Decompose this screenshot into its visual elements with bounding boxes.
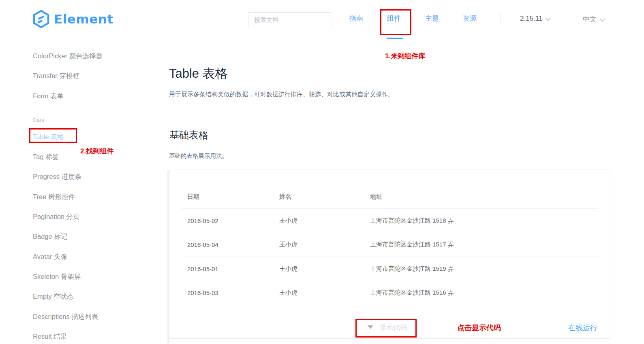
sidebar-item-tree[interactable]: Tree 树形控件 <box>0 187 167 207</box>
annotation-step2: 2.找到组件 <box>80 147 113 156</box>
chevron-down-icon <box>600 17 605 22</box>
show-code-button[interactable]: 显示代码 <box>379 323 407 332</box>
top-header: Element 指南 组件 主题 资源 2.15.11 中文 <box>0 0 644 39</box>
sidebar-item-badge[interactable]: Badge 标记 <box>0 227 167 247</box>
sidebar-item-table[interactable]: Table 表格 <box>0 127 167 147</box>
sidebar-item-colorpicker[interactable]: ColorPicker 颜色选择器 <box>0 46 167 66</box>
section-title-basic-table[interactable]: 基础表格 <box>169 129 208 142</box>
cell-address: 上海市普陀区金沙江路 1517 弄 <box>365 241 598 248</box>
annotation-step1: 1.来到组件库 <box>385 51 425 61</box>
section-description: 基础的表格展示用法。 <box>169 152 228 160</box>
nav-resources[interactable]: 资源 <box>458 14 482 23</box>
nav-theme[interactable]: 主题 <box>420 14 444 23</box>
run-online-link[interactable]: 在线运行 <box>568 323 597 333</box>
logo-wordmark: Element <box>54 12 113 26</box>
sidebar-item-form[interactable]: Form 表单 <box>0 86 167 106</box>
table-row: 2016-05-03 王小虎 上海市普陀区金沙江路 1516 弄 <box>182 281 598 306</box>
cell-date: 2016-05-01 <box>182 265 274 272</box>
table-row: 2016-05-02 王小虎 上海市普陀区金沙江路 1518 弄 <box>182 209 598 233</box>
header-divider <box>501 13 501 25</box>
sidebar-item-progress[interactable]: Progress 进度条 <box>0 167 167 187</box>
language-label: 中文 <box>583 15 597 23</box>
sidebar-item-pagination[interactable]: Pagination 分页 <box>0 207 167 227</box>
annotation-step3: 点击显示代码 <box>457 323 501 333</box>
caret-down-icon <box>368 325 373 329</box>
cell-name: 王小虎 <box>274 265 365 273</box>
column-header-date: 日期 <box>182 193 274 201</box>
sidebar-item-empty[interactable]: Empty 空状态 <box>0 287 167 307</box>
sidebar-item-transfer[interactable]: Transfer 穿梭框 <box>0 66 167 86</box>
cell-date: 2016-05-02 <box>182 217 274 224</box>
component-sidebar: Rate 评分 ColorPicker 颜色选择器 Transfer 穿梭框 F… <box>0 26 167 344</box>
cell-name: 王小虎 <box>274 289 365 297</box>
element-logo[interactable]: Element <box>32 10 113 28</box>
table-header-row: 日期 姓名 地址 <box>182 185 598 209</box>
sidebar-item-avatar[interactable]: Avatar 头像 <box>0 247 167 267</box>
sidebar-item-result[interactable]: Result 结果 <box>0 327 167 344</box>
cell-name: 王小虎 <box>274 241 365 248</box>
table-row: 2016-05-04 王小虎 上海市普陀区金沙江路 1517 弄 <box>182 233 598 257</box>
sidebar-item-skeleton[interactable]: Skeleton 骨架屏 <box>0 267 167 287</box>
cell-date: 2016-05-04 <box>182 241 274 248</box>
cell-address: 上海市普陀区金沙江路 1519 弄 <box>365 265 598 273</box>
cell-date: 2016-05-03 <box>182 289 274 296</box>
basic-table: 日期 姓名 地址 2016-05-02 王小虎 上海市普陀区金沙江路 1518 … <box>182 185 598 305</box>
cell-address: 上海市普陀区金沙江路 1516 弄 <box>365 289 598 297</box>
cell-address: 上海市普陀区金沙江路 1518 弄 <box>365 217 598 225</box>
table-row: 2016-05-01 王小虎 上海市普陀区金沙江路 1519 弄 <box>182 257 598 281</box>
column-header-name: 姓名 <box>274 193 365 201</box>
demo-block: 日期 姓名 地址 2016-05-02 王小虎 上海市普陀区金沙江路 1518 … <box>169 170 610 339</box>
active-tab-underline <box>387 38 403 39</box>
nav-guide[interactable]: 指南 <box>344 14 368 23</box>
sidebar-group-data: Data <box>0 113 167 127</box>
chevron-down-icon <box>546 16 551 21</box>
nav-components[interactable]: 组件 <box>382 14 406 23</box>
element-hexagon-icon <box>32 10 50 28</box>
page-intro: 用于展示多条结构类似的数据，可对数据进行排序、筛选、对比或其他自定义操作。 <box>169 91 394 98</box>
version-label: 2.15.11 <box>520 15 542 22</box>
language-dropdown[interactable]: 中文 <box>583 15 604 24</box>
column-header-address: 地址 <box>365 193 598 201</box>
version-dropdown[interactable]: 2.15.11 <box>520 15 550 23</box>
demo-control-bar[interactable]: 显示代码 点击显示代码 在线运行 <box>169 316 610 338</box>
search-input[interactable] <box>248 12 332 27</box>
cell-name: 王小虎 <box>274 217 365 225</box>
page-title: Table 表格 <box>169 65 228 82</box>
sidebar-item-descriptions[interactable]: Descriptions 描述列表 <box>0 307 167 327</box>
